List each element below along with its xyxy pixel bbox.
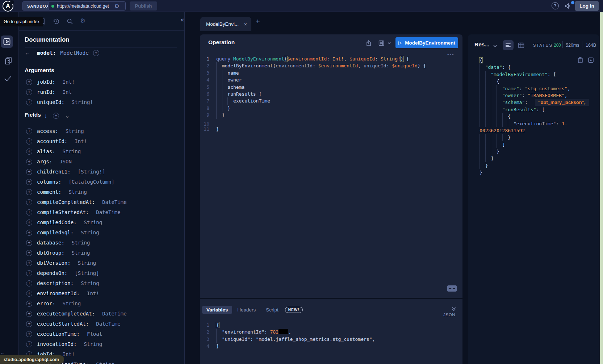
response-dropdown-chevron-icon[interactable] xyxy=(493,43,498,49)
field-type[interactable]: [String!] xyxy=(78,169,105,175)
field-name[interactable]: columns: xyxy=(37,179,61,185)
collapse-sidebar-icon[interactable]: « xyxy=(180,16,184,24)
operation-code-line[interactable]: 4 owner xyxy=(200,76,462,83)
add-field-to-operation-icon[interactable]: + xyxy=(26,148,32,155)
add-field-to-operation-icon[interactable]: + xyxy=(26,250,32,256)
add-field-to-operation-icon[interactable]: + xyxy=(26,159,32,165)
field-type[interactable]: String xyxy=(84,219,102,225)
add-field-to-operation-icon[interactable]: + xyxy=(26,230,32,236)
add-field-to-operation-icon[interactable]: + xyxy=(26,128,32,134)
add-field-to-operation-icon[interactable]: + xyxy=(26,89,32,95)
field-type[interactable]: [String] xyxy=(75,270,99,276)
field-name[interactable]: childrenL1: xyxy=(37,169,71,175)
field-name[interactable]: executeStartedAt: xyxy=(37,321,89,327)
add-field-to-operation-icon[interactable]: + xyxy=(26,99,32,105)
operation-editor[interactable]: 1query ModelByEnvironment($environmentId… xyxy=(200,55,462,133)
add-field-to-operation-icon[interactable]: + xyxy=(26,270,32,276)
add-field-to-operation-icon[interactable]: + xyxy=(26,301,32,307)
field-type[interactable]: String xyxy=(81,280,99,286)
breadcrumb-type-link[interactable]: ModelNode xyxy=(60,50,89,56)
help-icon[interactable]: ? xyxy=(552,2,559,9)
doc-field-row[interactable]: +args:JSON xyxy=(19,156,185,167)
doc-field-row[interactable]: +database:String xyxy=(19,238,185,248)
doc-field-row[interactable]: +compiledSql:String xyxy=(19,227,185,238)
doc-field-row[interactable]: +compiledCode:String xyxy=(19,217,185,227)
field-name[interactable]: error: xyxy=(37,301,55,306)
response-json-line[interactable]: "schema": “dbt_mary_jackson”, xyxy=(468,99,599,106)
doc-field-row[interactable]: +environmentId:Int! xyxy=(19,288,185,298)
field-type[interactable]: Int! xyxy=(87,290,99,296)
operation-code-line[interactable]: 6 runResults { xyxy=(200,91,462,97)
field-type[interactable]: [CatalogColumn] xyxy=(68,179,114,185)
field-type[interactable]: Float xyxy=(87,331,102,337)
field-name[interactable]: args: xyxy=(37,159,52,164)
doc-field-row[interactable]: +jobId:Int! xyxy=(19,77,185,87)
doc-field-row[interactable]: +dbtGroup:String xyxy=(19,248,185,258)
share-icon[interactable] xyxy=(365,40,372,46)
tab-title[interactable]: ModelByEnvi... xyxy=(206,21,239,27)
response-json-line[interactable]: ] xyxy=(468,155,599,162)
field-name[interactable]: database: xyxy=(37,240,64,246)
field-type[interactable]: Int! xyxy=(63,79,75,85)
add-model-to-operation-icon[interactable]: + xyxy=(93,50,99,56)
operation-code-line[interactable]: 2 modelByEnvironment(environmentId: $env… xyxy=(200,62,462,69)
field-name[interactable]: executionTime: xyxy=(37,331,80,337)
add-field-to-operation-icon[interactable]: + xyxy=(26,331,32,337)
response-json-line[interactable]: { xyxy=(468,57,599,64)
login-button[interactable]: Log in xyxy=(575,1,599,11)
tab-script[interactable]: Script xyxy=(261,306,284,314)
add-tab-icon[interactable]: + xyxy=(256,17,260,26)
publish-button[interactable]: Publish xyxy=(130,1,157,11)
field-type[interactable]: String xyxy=(66,128,84,134)
doc-field-row[interactable]: +executionTime:Float xyxy=(19,329,185,339)
field-type[interactable]: String xyxy=(81,230,99,235)
field-name[interactable]: alias: xyxy=(37,148,55,154)
response-json-line[interactable]: "runResults": [ xyxy=(468,106,599,113)
add-field-to-operation-icon[interactable]: + xyxy=(26,321,32,327)
field-type[interactable]: String xyxy=(72,240,90,246)
collapse-variables-icon[interactable] xyxy=(451,306,457,312)
tab-headers[interactable]: Headers xyxy=(232,306,261,314)
close-tab-icon[interactable]: × xyxy=(244,21,247,27)
history-icon[interactable] xyxy=(53,18,59,25)
field-type[interactable]: String xyxy=(68,189,87,195)
add-field-to-operation-icon[interactable]: + xyxy=(26,280,32,286)
field-type[interactable]: DateTime xyxy=(96,321,120,327)
schema-pages-icon[interactable] xyxy=(4,56,13,66)
operation-code-line[interactable]: 11} xyxy=(200,126,462,133)
field-type[interactable]: String xyxy=(78,260,96,266)
operation-tab[interactable]: ModelByEnvi... × xyxy=(200,17,251,31)
operation-code-line[interactable]: 7 executionTime xyxy=(200,97,462,104)
response-json-line[interactable]: "owner": "TRANSFORMER", xyxy=(468,92,599,99)
checks-icon[interactable] xyxy=(3,75,12,83)
field-type[interactable]: String xyxy=(72,250,90,256)
response-json-line[interactable]: } xyxy=(468,134,599,141)
doc-field-row[interactable]: +executeCompletedAt:DateTime xyxy=(19,309,185,319)
raw-view-toggle-selected[interactable] xyxy=(503,40,514,50)
run-operation-button[interactable]: ▷ ModelByEnvironment xyxy=(395,37,458,48)
field-type[interactable]: Int! xyxy=(75,138,87,144)
sort-fields-icon[interactable]: ↓ xyxy=(44,113,47,119)
endpoint-url-field[interactable]: https://metadata.cloud.get ⚙ xyxy=(48,1,126,11)
field-name[interactable]: dependsOn: xyxy=(37,270,67,276)
response-json-line[interactable]: ] xyxy=(468,141,599,148)
response-json-line[interactable]: "name": "stg_customers", xyxy=(468,85,599,92)
add-field-to-operation-icon[interactable]: + xyxy=(26,240,32,246)
sidebar-settings-gear-icon[interactable]: ⚙ xyxy=(80,17,85,25)
add-field-to-operation-icon[interactable]: + xyxy=(26,79,32,85)
doc-field-row[interactable]: +accountId:Int! xyxy=(19,136,185,146)
add-field-to-operation-icon[interactable]: + xyxy=(26,179,32,185)
response-json-line[interactable]: { xyxy=(468,78,599,85)
field-type[interactable]: DateTime xyxy=(102,311,126,317)
operation-code-line[interactable]: 8 } xyxy=(200,105,462,112)
field-type[interactable]: Int xyxy=(63,89,72,95)
response-json-line[interactable]: "executionTime": 1. xyxy=(468,120,599,127)
field-name[interactable]: jobId: xyxy=(37,79,55,85)
response-json-line[interactable]: "modelByEnvironment": [ xyxy=(468,71,599,78)
doc-field-row[interactable]: +columns:[CatalogColumn] xyxy=(19,177,185,187)
doc-field-row[interactable]: +childrenL1:[String!] xyxy=(19,167,185,177)
operation-code-line[interactable]: 5 schema xyxy=(200,84,462,91)
doc-field-row[interactable]: +compileCompletedAt:DateTime xyxy=(19,197,185,207)
add-field-to-operation-icon[interactable]: + xyxy=(26,219,32,226)
response-json-viewer[interactable]: { "data": { "modelByEnvironment": [ { "n… xyxy=(468,57,599,176)
